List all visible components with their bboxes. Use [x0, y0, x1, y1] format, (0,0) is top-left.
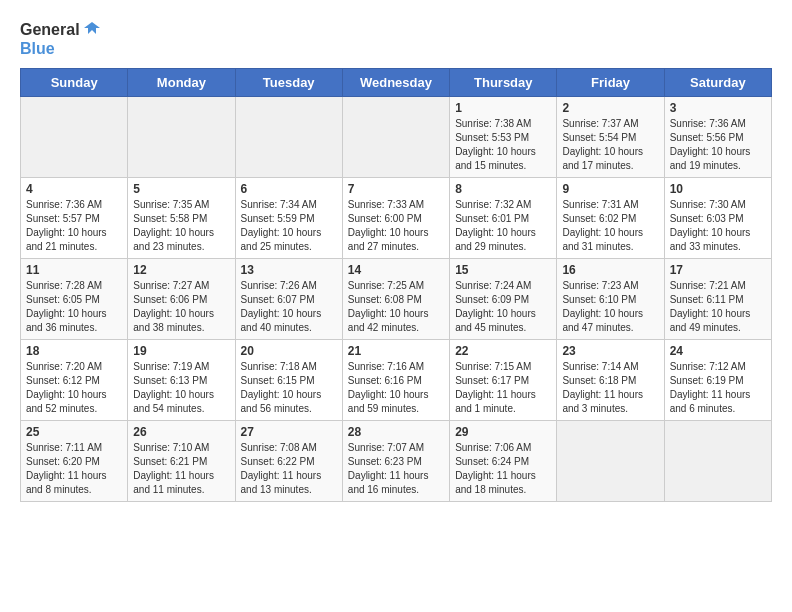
- day-info: Sunrise: 7:18 AM Sunset: 6:15 PM Dayligh…: [241, 360, 337, 416]
- calendar-cell: 10Sunrise: 7:30 AM Sunset: 6:03 PM Dayli…: [664, 177, 771, 258]
- calendar-cell: 11Sunrise: 7:28 AM Sunset: 6:05 PM Dayli…: [21, 258, 128, 339]
- header-saturday: Saturday: [664, 68, 771, 96]
- day-info: Sunrise: 7:21 AM Sunset: 6:11 PM Dayligh…: [670, 279, 766, 335]
- day-info: Sunrise: 7:14 AM Sunset: 6:18 PM Dayligh…: [562, 360, 658, 416]
- calendar-table: SundayMondayTuesdayWednesdayThursdayFrid…: [20, 68, 772, 502]
- header-tuesday: Tuesday: [235, 68, 342, 96]
- calendar-cell: 24Sunrise: 7:12 AM Sunset: 6:19 PM Dayli…: [664, 339, 771, 420]
- day-number: 24: [670, 344, 766, 358]
- calendar-cell: 28Sunrise: 7:07 AM Sunset: 6:23 PM Dayli…: [342, 420, 449, 501]
- header-thursday: Thursday: [450, 68, 557, 96]
- logo: General Blue: [20, 20, 102, 58]
- day-number: 17: [670, 263, 766, 277]
- day-number: 26: [133, 425, 229, 439]
- day-number: 11: [26, 263, 122, 277]
- day-number: 23: [562, 344, 658, 358]
- day-number: 6: [241, 182, 337, 196]
- day-info: Sunrise: 7:19 AM Sunset: 6:13 PM Dayligh…: [133, 360, 229, 416]
- day-number: 28: [348, 425, 444, 439]
- calendar-cell: 6Sunrise: 7:34 AM Sunset: 5:59 PM Daylig…: [235, 177, 342, 258]
- day-info: Sunrise: 7:27 AM Sunset: 6:06 PM Dayligh…: [133, 279, 229, 335]
- logo-general: General: [20, 21, 80, 39]
- header-friday: Friday: [557, 68, 664, 96]
- calendar-cell: 16Sunrise: 7:23 AM Sunset: 6:10 PM Dayli…: [557, 258, 664, 339]
- calendar-cell: [557, 420, 664, 501]
- day-info: Sunrise: 7:31 AM Sunset: 6:02 PM Dayligh…: [562, 198, 658, 254]
- calendar-cell: 26Sunrise: 7:10 AM Sunset: 6:21 PM Dayli…: [128, 420, 235, 501]
- day-info: Sunrise: 7:12 AM Sunset: 6:19 PM Dayligh…: [670, 360, 766, 416]
- day-info: Sunrise: 7:33 AM Sunset: 6:00 PM Dayligh…: [348, 198, 444, 254]
- calendar-week-3: 11Sunrise: 7:28 AM Sunset: 6:05 PM Dayli…: [21, 258, 772, 339]
- day-info: Sunrise: 7:37 AM Sunset: 5:54 PM Dayligh…: [562, 117, 658, 173]
- day-info: Sunrise: 7:10 AM Sunset: 6:21 PM Dayligh…: [133, 441, 229, 497]
- day-info: Sunrise: 7:36 AM Sunset: 5:57 PM Dayligh…: [26, 198, 122, 254]
- day-info: Sunrise: 7:35 AM Sunset: 5:58 PM Dayligh…: [133, 198, 229, 254]
- day-info: Sunrise: 7:20 AM Sunset: 6:12 PM Dayligh…: [26, 360, 122, 416]
- calendar-cell: [235, 96, 342, 177]
- calendar-cell: 5Sunrise: 7:35 AM Sunset: 5:58 PM Daylig…: [128, 177, 235, 258]
- page-header: General Blue: [20, 20, 772, 58]
- calendar-cell: 4Sunrise: 7:36 AM Sunset: 5:57 PM Daylig…: [21, 177, 128, 258]
- calendar-cell: 14Sunrise: 7:25 AM Sunset: 6:08 PM Dayli…: [342, 258, 449, 339]
- calendar-cell: 9Sunrise: 7:31 AM Sunset: 6:02 PM Daylig…: [557, 177, 664, 258]
- header-wednesday: Wednesday: [342, 68, 449, 96]
- calendar-cell: [128, 96, 235, 177]
- calendar-cell: [21, 96, 128, 177]
- day-number: 9: [562, 182, 658, 196]
- day-number: 12: [133, 263, 229, 277]
- calendar-cell: 13Sunrise: 7:26 AM Sunset: 6:07 PM Dayli…: [235, 258, 342, 339]
- header-monday: Monday: [128, 68, 235, 96]
- calendar-cell: 3Sunrise: 7:36 AM Sunset: 5:56 PM Daylig…: [664, 96, 771, 177]
- day-number: 2: [562, 101, 658, 115]
- day-number: 21: [348, 344, 444, 358]
- day-info: Sunrise: 7:08 AM Sunset: 6:22 PM Dayligh…: [241, 441, 337, 497]
- day-info: Sunrise: 7:26 AM Sunset: 6:07 PM Dayligh…: [241, 279, 337, 335]
- calendar-cell: 27Sunrise: 7:08 AM Sunset: 6:22 PM Dayli…: [235, 420, 342, 501]
- calendar-cell: 8Sunrise: 7:32 AM Sunset: 6:01 PM Daylig…: [450, 177, 557, 258]
- day-number: 20: [241, 344, 337, 358]
- calendar-week-2: 4Sunrise: 7:36 AM Sunset: 5:57 PM Daylig…: [21, 177, 772, 258]
- day-number: 3: [670, 101, 766, 115]
- day-number: 22: [455, 344, 551, 358]
- header-sunday: Sunday: [21, 68, 128, 96]
- calendar-cell: 25Sunrise: 7:11 AM Sunset: 6:20 PM Dayli…: [21, 420, 128, 501]
- day-number: 5: [133, 182, 229, 196]
- calendar-week-5: 25Sunrise: 7:11 AM Sunset: 6:20 PM Dayli…: [21, 420, 772, 501]
- calendar-cell: 23Sunrise: 7:14 AM Sunset: 6:18 PM Dayli…: [557, 339, 664, 420]
- day-number: 19: [133, 344, 229, 358]
- day-info: Sunrise: 7:38 AM Sunset: 5:53 PM Dayligh…: [455, 117, 551, 173]
- day-number: 15: [455, 263, 551, 277]
- logo-blue: Blue: [20, 40, 55, 58]
- day-info: Sunrise: 7:07 AM Sunset: 6:23 PM Dayligh…: [348, 441, 444, 497]
- day-number: 4: [26, 182, 122, 196]
- calendar-cell: 15Sunrise: 7:24 AM Sunset: 6:09 PM Dayli…: [450, 258, 557, 339]
- calendar-week-4: 18Sunrise: 7:20 AM Sunset: 6:12 PM Dayli…: [21, 339, 772, 420]
- calendar-cell: [342, 96, 449, 177]
- calendar-cell: 2Sunrise: 7:37 AM Sunset: 5:54 PM Daylig…: [557, 96, 664, 177]
- calendar-cell: 18Sunrise: 7:20 AM Sunset: 6:12 PM Dayli…: [21, 339, 128, 420]
- calendar-cell: [664, 420, 771, 501]
- day-info: Sunrise: 7:30 AM Sunset: 6:03 PM Dayligh…: [670, 198, 766, 254]
- day-info: Sunrise: 7:24 AM Sunset: 6:09 PM Dayligh…: [455, 279, 551, 335]
- day-number: 27: [241, 425, 337, 439]
- calendar-week-1: 1Sunrise: 7:38 AM Sunset: 5:53 PM Daylig…: [21, 96, 772, 177]
- day-info: Sunrise: 7:32 AM Sunset: 6:01 PM Dayligh…: [455, 198, 551, 254]
- calendar-cell: 29Sunrise: 7:06 AM Sunset: 6:24 PM Dayli…: [450, 420, 557, 501]
- calendar-cell: 21Sunrise: 7:16 AM Sunset: 6:16 PM Dayli…: [342, 339, 449, 420]
- calendar-cell: 17Sunrise: 7:21 AM Sunset: 6:11 PM Dayli…: [664, 258, 771, 339]
- logo-bird-icon: [82, 20, 102, 40]
- day-number: 29: [455, 425, 551, 439]
- day-number: 14: [348, 263, 444, 277]
- calendar-cell: 20Sunrise: 7:18 AM Sunset: 6:15 PM Dayli…: [235, 339, 342, 420]
- day-info: Sunrise: 7:23 AM Sunset: 6:10 PM Dayligh…: [562, 279, 658, 335]
- day-number: 1: [455, 101, 551, 115]
- day-info: Sunrise: 7:34 AM Sunset: 5:59 PM Dayligh…: [241, 198, 337, 254]
- calendar-cell: 7Sunrise: 7:33 AM Sunset: 6:00 PM Daylig…: [342, 177, 449, 258]
- calendar-cell: 1Sunrise: 7:38 AM Sunset: 5:53 PM Daylig…: [450, 96, 557, 177]
- day-number: 8: [455, 182, 551, 196]
- day-number: 7: [348, 182, 444, 196]
- day-number: 10: [670, 182, 766, 196]
- svg-marker-0: [84, 22, 100, 34]
- day-info: Sunrise: 7:06 AM Sunset: 6:24 PM Dayligh…: [455, 441, 551, 497]
- calendar-cell: 12Sunrise: 7:27 AM Sunset: 6:06 PM Dayli…: [128, 258, 235, 339]
